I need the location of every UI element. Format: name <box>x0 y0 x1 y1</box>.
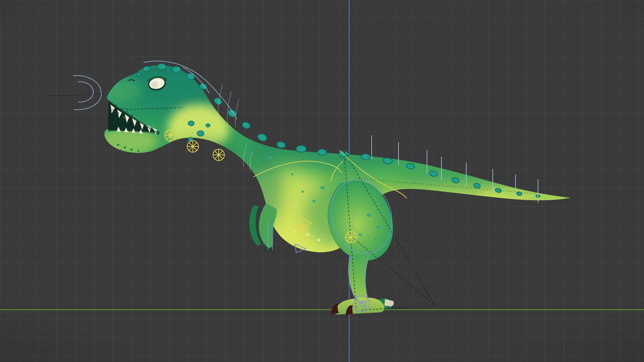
hip-control-wheel[interactable] <box>345 232 357 243</box>
trex-model[interactable] <box>97 52 574 315</box>
head-control-shape[interactable] <box>73 76 101 110</box>
jaw-control-wheel-1[interactable] <box>165 130 176 141</box>
scene-canvas[interactable] <box>0 0 644 362</box>
jaw-control-wheel-3[interactable] <box>213 149 224 161</box>
toe-claw <box>331 304 339 314</box>
jaw-control-wheel-2[interactable] <box>187 141 199 152</box>
foot <box>335 298 384 314</box>
3d-viewport[interactable] <box>0 0 644 362</box>
